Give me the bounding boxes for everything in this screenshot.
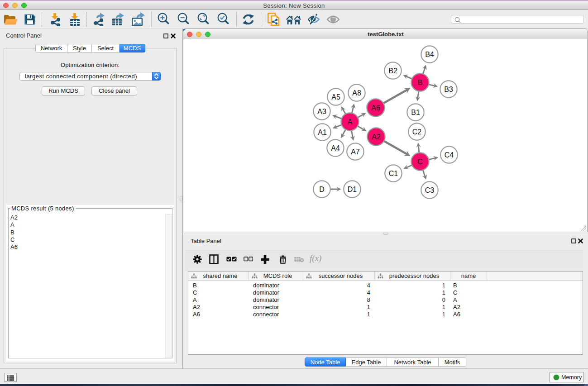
svg-text:A6: A6 xyxy=(371,104,380,112)
svg-text:D: D xyxy=(319,186,325,193)
svg-text:C4: C4 xyxy=(445,151,454,159)
svg-text:C2: C2 xyxy=(412,128,422,136)
svg-text:A5: A5 xyxy=(331,93,340,101)
svg-text:B4: B4 xyxy=(425,51,434,58)
svg-text:B1: B1 xyxy=(411,109,420,116)
svg-text:C: C xyxy=(417,158,423,166)
svg-text:A8: A8 xyxy=(352,89,361,97)
svg-text:D1: D1 xyxy=(348,186,357,193)
svg-text:A: A xyxy=(348,118,353,126)
svg-text:A4: A4 xyxy=(331,144,340,152)
svg-text:B2: B2 xyxy=(388,67,397,75)
svg-text:C3: C3 xyxy=(425,186,435,194)
svg-text:B: B xyxy=(418,79,423,86)
svg-text:A1: A1 xyxy=(318,129,327,136)
svg-text:B3: B3 xyxy=(444,86,453,93)
svg-text:A7: A7 xyxy=(351,148,360,156)
svg-text:C1: C1 xyxy=(389,170,398,177)
svg-text:A2: A2 xyxy=(372,133,381,141)
svg-text:A3: A3 xyxy=(317,108,326,115)
